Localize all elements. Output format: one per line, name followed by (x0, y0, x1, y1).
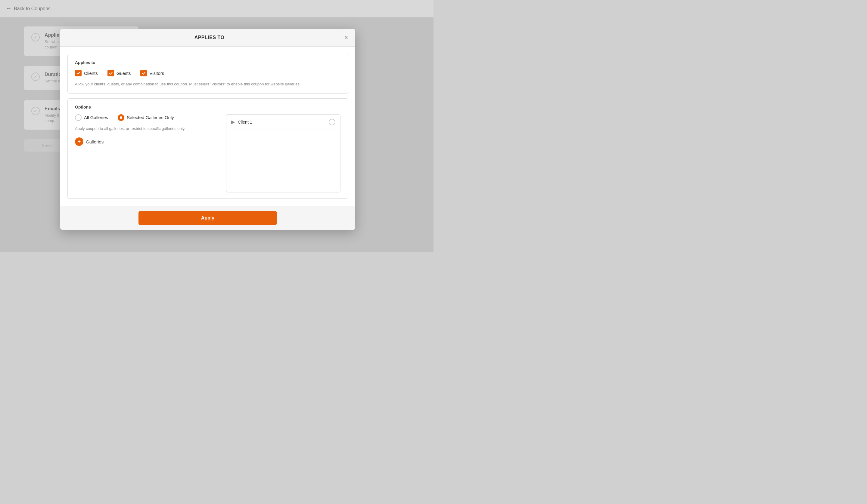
gallery-item: ▶ Client 1 − (226, 114, 340, 130)
checkmark-icon-2 (109, 71, 113, 75)
options-label: Options (75, 105, 341, 109)
clients-label: Clients (84, 71, 98, 76)
modal-title: APPLIES TO (75, 35, 344, 40)
gallery-list: ▶ Client 1 − (226, 114, 341, 193)
checkbox-row: Clients Guests (75, 70, 341, 76)
options-section: Options All Galleries Selected Galleries… (67, 98, 348, 199)
applies-to-modal: APPLIES TO × Applies to Clients (60, 29, 355, 230)
visitors-checkbox-icon (140, 70, 147, 76)
remove-gallery-button[interactable]: − (329, 119, 335, 125)
guests-label: Guests (117, 71, 131, 76)
gallery-item-name: Client 1 (238, 120, 252, 124)
guests-checkbox-icon (107, 70, 114, 76)
gallery-image-icon: ▶ (231, 119, 235, 125)
options-left: All Galleries Selected Galleries Only Ap… (75, 114, 226, 146)
radio-row: All Galleries Selected Galleries Only (75, 114, 226, 121)
clients-checkbox[interactable]: Clients (75, 70, 98, 76)
visitors-label: Visitors (149, 71, 164, 76)
all-galleries-radio-icon (75, 114, 82, 121)
selected-galleries-radio[interactable]: Selected Galleries Only (118, 114, 174, 121)
visitors-checkbox[interactable]: Visitors (140, 70, 164, 76)
clients-checkbox-icon (75, 70, 82, 76)
options-help-text: Apply coupon to all galleries, or restri… (75, 126, 226, 132)
checkmark-icon-3 (141, 71, 146, 75)
modal-close-button[interactable]: × (344, 34, 348, 41)
options-row: All Galleries Selected Galleries Only Ap… (75, 114, 341, 193)
all-galleries-radio[interactable]: All Galleries (75, 114, 108, 121)
applies-to-label: Applies to (75, 60, 341, 65)
modal-body: Applies to Clients (60, 47, 355, 206)
checkmark-icon (76, 71, 81, 75)
guests-checkbox[interactable]: Guests (107, 70, 131, 76)
plus-icon: + (75, 138, 83, 146)
all-galleries-label: All Galleries (84, 115, 108, 120)
selected-galleries-label: Selected Galleries Only (127, 115, 174, 120)
selected-galleries-radio-icon (118, 114, 124, 121)
apply-button[interactable]: Apply (138, 211, 277, 225)
galleries-btn-label: Galleries (86, 139, 104, 144)
modal-header: APPLIES TO × (60, 29, 355, 47)
add-galleries-button[interactable]: + Galleries (75, 138, 226, 146)
applies-to-help-text: Allow your clients, guests, or any combi… (75, 81, 341, 87)
applies-to-section: Applies to Clients (67, 54, 348, 94)
modal-footer: Apply (60, 206, 355, 230)
